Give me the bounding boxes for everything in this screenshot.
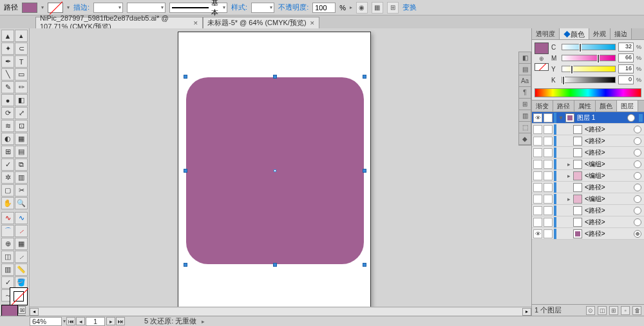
- rectangle-tool[interactable]: ▭: [15, 68, 28, 81]
- eyedropper-alt-tool[interactable]: ✓: [1, 276, 14, 289]
- panel-icon[interactable]: ⬚: [519, 122, 531, 133]
- spectrum-bar[interactable]: [535, 88, 641, 97]
- visibility-toggle[interactable]: 👁: [533, 229, 542, 238]
- hand-tool[interactable]: ✋: [1, 197, 14, 209]
- layer-row[interactable]: <路径>: [532, 135, 644, 147]
- black-value[interactable]: 0: [618, 75, 634, 84]
- curve-red-tool[interactable]: ∿: [1, 212, 14, 224]
- pencil-tool[interactable]: ✏: [15, 81, 28, 93]
- blob-brush-tool[interactable]: ●: [1, 94, 14, 106]
- direct-selection-tool[interactable]: ▴: [15, 30, 28, 42]
- none-mode-icon[interactable]: ☒: [18, 306, 26, 314]
- visibility-toggle[interactable]: [533, 160, 542, 169]
- panel-icon[interactable]: ⊞: [519, 99, 531, 110]
- document-tab[interactable]: NiPic_287997_5981fbe2e87daeb5.ai* @ 107.…: [35, 17, 203, 28]
- disclosure-icon[interactable]: ▸: [565, 161, 572, 168]
- line-tool[interactable]: ╲: [1, 68, 14, 81]
- stroke-box[interactable]: [10, 288, 27, 305]
- visibility-toggle[interactable]: [533, 218, 542, 227]
- slice-tool[interactable]: ✂: [15, 184, 28, 197]
- layer-row[interactable]: <路径>: [532, 205, 644, 216]
- style-label[interactable]: 样式:: [231, 3, 247, 12]
- eraser-tool[interactable]: ◧: [15, 94, 28, 106]
- stroke-weight-dropdown[interactable]: ▾: [93, 3, 123, 13]
- layer-row[interactable]: ▸<编组>: [532, 170, 644, 182]
- lock-toggle[interactable]: [544, 171, 553, 180]
- yellow-value[interactable]: 16: [618, 64, 634, 73]
- close-icon[interactable]: ✕: [193, 20, 198, 26]
- layer-name-label[interactable]: <编组>: [583, 171, 632, 180]
- eyedropper-tool[interactable]: ✓: [1, 158, 14, 171]
- target-icon[interactable]: [634, 172, 641, 180]
- layer-row[interactable]: ▸<编组>: [532, 158, 644, 170]
- selected-rounded-rectangle[interactable]: [186, 77, 364, 264]
- mesh-tool[interactable]: ⊞: [1, 146, 14, 158]
- cyan-value[interactable]: 32: [618, 43, 634, 52]
- cyan-slider[interactable]: [562, 44, 616, 50]
- tab-transparency[interactable]: 透明度: [532, 28, 560, 39]
- free-transform-tool[interactable]: ⊡: [15, 120, 28, 132]
- layer-row[interactable]: 👁<路径>: [532, 228, 644, 240]
- target-icon[interactable]: [634, 218, 641, 226]
- status-caret[interactable]: ▸: [202, 318, 205, 325]
- chevron-icon[interactable]: ▸: [350, 5, 352, 10]
- shape-builder-tool[interactable]: ◐: [1, 133, 14, 145]
- document-tab[interactable]: 未标题-5* @ 64% (CMYK/预览) ✕: [203, 17, 319, 28]
- line-red-tool[interactable]: ⟋: [15, 225, 28, 237]
- disclosure-icon[interactable]: ▸: [565, 196, 572, 202]
- dropdown-caret[interactable]: ▾: [41, 5, 44, 10]
- recolor-icon[interactable]: ◉: [356, 2, 368, 14]
- prev-artboard-button[interactable]: ◂: [76, 317, 85, 325]
- artboard-tool[interactable]: ▢: [1, 184, 14, 197]
- tab-color[interactable]: ◆颜色: [560, 28, 589, 39]
- visibility-toggle[interactable]: [533, 171, 542, 180]
- canvas-workspace[interactable]: [30, 28, 531, 316]
- transform-icon[interactable]: ⊞: [387, 2, 399, 14]
- curve-blue-tool[interactable]: ∿: [15, 212, 28, 224]
- lock-toggle[interactable]: [544, 218, 553, 227]
- stroke-label[interactable]: 描边:: [73, 3, 90, 12]
- target-icon[interactable]: [634, 137, 641, 145]
- lasso-tool[interactable]: ⊂: [15, 43, 28, 55]
- dropdown-caret[interactable]: ▾: [67, 5, 70, 10]
- opacity-input[interactable]: 100: [312, 3, 336, 13]
- tab-layers[interactable]: 图层: [617, 101, 638, 111]
- lock-toggle[interactable]: [544, 137, 553, 146]
- target-icon[interactable]: [627, 114, 635, 122]
- fill-color-swatch[interactable]: [22, 3, 37, 13]
- layer-name-label[interactable]: <路径>: [583, 125, 632, 134]
- lock-toggle[interactable]: [544, 113, 553, 122]
- disclosure-icon[interactable]: ▼: [558, 115, 564, 121]
- zoom-caret[interactable]: ▾: [63, 318, 66, 324]
- blend-tool[interactable]: ⧉: [15, 158, 28, 171]
- magenta-slider[interactable]: [562, 55, 616, 61]
- tab-color2[interactable]: 颜色: [596, 101, 617, 111]
- layer-name-label[interactable]: <路径>: [583, 148, 632, 157]
- layer-list[interactable]: 👁▼图层 1<路径><路径><路径>▸<编组>▸<编组><路径>▸<编组><路径…: [532, 112, 644, 240]
- target-icon[interactable]: [634, 230, 641, 238]
- layer-row[interactable]: <路径>: [532, 182, 644, 193]
- target-icon[interactable]: [634, 184, 641, 191]
- panel-icon[interactable]: ▤: [519, 64, 531, 75]
- last-artboard-button[interactable]: ⏭: [116, 317, 125, 325]
- color-type-icon[interactable]: ⊕: [535, 55, 549, 62]
- slice-select-tool[interactable]: ◫: [1, 251, 14, 263]
- lock-toggle[interactable]: [544, 195, 553, 204]
- target-icon[interactable]: [634, 126, 641, 133]
- make-clipping-mask-icon[interactable]: ◫: [598, 306, 607, 315]
- artboard-number-input[interactable]: 1: [86, 317, 105, 326]
- panel-icon[interactable]: ◆: [519, 133, 531, 145]
- visibility-toggle[interactable]: [533, 137, 542, 146]
- layer-name-label[interactable]: <编组>: [583, 160, 632, 169]
- panel-icon[interactable]: ¶: [519, 87, 531, 99]
- tab-gradient[interactable]: 渐变: [532, 101, 553, 111]
- target-icon[interactable]: [634, 149, 641, 157]
- panel-icon[interactable]: ◧: [519, 52, 531, 64]
- layer-row[interactable]: <路径>: [532, 147, 644, 158]
- tab-attrs[interactable]: 属性: [574, 101, 596, 111]
- layer-row[interactable]: <路径>: [532, 216, 644, 228]
- fill-preview-swatch[interactable]: [535, 43, 549, 54]
- paint-bucket-tool[interactable]: 🪣: [15, 276, 28, 289]
- rotate-tool[interactable]: ⟳: [1, 107, 14, 119]
- panel-icon[interactable]: ▥: [519, 110, 531, 122]
